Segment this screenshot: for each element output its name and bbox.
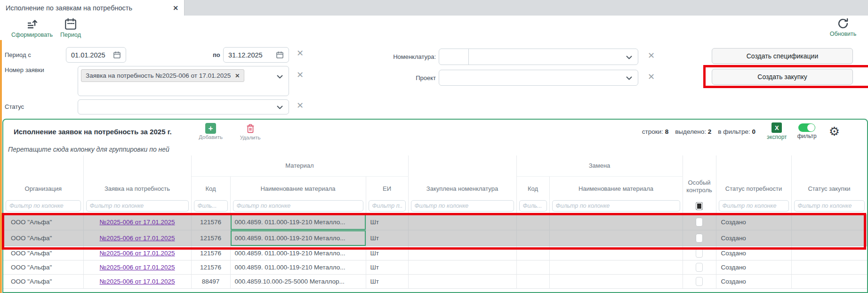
cell-code2 [516,274,549,288]
filter-input-status-need[interactable] [719,200,789,212]
clear-status-icon[interactable]: ✕ [297,101,304,110]
group-header-replacement[interactable]: Замена [516,155,683,176]
filter-input-request[interactable] [86,200,189,212]
cell-request: №2025-006 от 17.01.2025 [83,230,191,246]
control-checkbox[interactable] [696,218,703,227]
chevron-down-icon[interactable] [277,106,283,109]
calendar-icon [64,17,77,31]
cell-unit: Шт [366,260,408,274]
table-row[interactable]: ООО "Альфа" №2025-006 от 17.01.2025 1215… [3,230,867,246]
col-header-code[interactable]: Код [191,176,230,198]
selected-count: выделено: 2 [675,128,711,135]
clear-project-icon[interactable]: ✕ [648,73,655,81]
control-checkbox[interactable] [696,249,703,258]
project-select[interactable] [439,70,638,86]
request-link[interactable]: №2025-006 от 17.01.2025 [100,235,175,242]
control-checkbox[interactable] [696,277,703,286]
request-link[interactable]: №2025-006 от 17.01.2025 [100,278,175,285]
cell-organization: ООО "Альфа" [3,214,83,230]
table-row[interactable]: ООО "Альфа" №2025-006 от 17.01.2025 1215… [3,260,867,274]
left-accent-bar [0,40,2,293]
cell-material[interactable]: 000.4859. 011.000-119-210 Металло... [230,260,366,274]
gear-icon[interactable]: ⚙ [829,125,840,138]
cell-purchased [408,246,516,260]
request-tag-remove-icon[interactable]: ✕ [235,73,240,79]
generate-button[interactable]: Сформировать [8,17,56,38]
control-checkbox[interactable] [696,263,703,272]
cell-material[interactable]: 000.4859. 011.000-119-210 Металло... [230,214,366,230]
col-header-status-purchase[interactable]: Статус закупки [791,155,867,198]
refresh-button[interactable]: Обновить [823,17,863,37]
status-label: Статус [5,103,24,110]
toggle-on-icon[interactable] [798,123,815,132]
col-header-code2[interactable]: Код [516,176,549,198]
tab-active[interactable]: Исполнение по заявкам на потребность ✕ [0,0,185,16]
col-header-control[interactable]: Особый контроль [683,155,716,198]
col-header-organization[interactable]: Организация [3,155,83,198]
period-button[interactable]: Период [57,17,84,38]
toggle-knob [807,124,815,131]
col-header-purchased[interactable]: Закуплена номенклатура [408,155,516,198]
cell-organization: ООО "Альфа" [3,260,83,274]
table-row[interactable]: ООО "Альфа" №2025-006 от 17.01.2025 1215… [3,246,867,260]
create-purchase-button[interactable]: Создать закупку [712,69,853,85]
status-select[interactable] [78,99,289,114]
chevron-down-icon[interactable] [277,75,283,79]
filter-toggle[interactable]: фильтр [797,123,817,139]
filter-input-purchased[interactable] [411,200,514,212]
group-header-material[interactable]: Материал [191,155,408,176]
cell-organization: ООО "Альфа" [3,230,83,246]
cell-code: 88497 [191,274,230,288]
filter-toggle-label: фильтр [797,133,817,139]
filter-input-status-purchase[interactable] [794,200,865,212]
cell-material[interactable]: 000.4859.10.000-25-5000 Металлор... [230,274,366,288]
cell-material2 [549,274,683,288]
col-header-unit[interactable]: ЕИ [366,176,408,198]
date-picker-icon[interactable] [276,51,284,59]
filter-input-organization[interactable] [6,200,81,212]
request-number-select[interactable]: Заявка на потребность №2025-006 от 17.01… [78,66,289,96]
clear-period-icon[interactable]: ✕ [297,49,304,57]
tab-close-icon[interactable]: ✕ [173,4,178,12]
cell-unit: Шт [366,274,408,288]
col-header-material-name2[interactable]: Наименование материала [549,176,683,198]
cell-organization: ООО "Альфа" [3,246,83,260]
create-specifications-button[interactable]: Создать спецификации [712,48,853,64]
request-link[interactable]: №2025-006 от 17.01.2025 [100,250,175,257]
col-header-material-name[interactable]: Наименование материала [230,176,366,198]
request-link[interactable]: №2025-006 от 17.01.2025 [100,264,175,271]
chevron-down-icon[interactable] [626,56,632,59]
excel-icon: X [772,122,782,133]
cell-code: 121576 [191,260,230,274]
export-excel-button[interactable]: X экспорт [767,122,787,140]
date-picker-icon[interactable] [113,51,121,59]
filter-checkbox-control[interactable] [696,202,703,210]
filter-input-unit[interactable] [369,200,406,212]
table-row[interactable]: ООО "Альфа" №2025-006 от 17.01.2025 1215… [3,214,867,230]
cell-organization: ООО "Альфа" [3,274,83,288]
clear-nomenclature-icon[interactable]: ✕ [648,51,655,60]
request-number-label: Номер заявки [5,66,44,73]
delete-row-button[interactable]: Удалить [235,123,266,140]
group-by-hint: Перетащите сюда колонку для группировки … [3,143,867,155]
control-checkbox[interactable] [696,234,703,243]
clear-request-icon[interactable]: ✕ [297,71,304,79]
cell-material[interactable]: 000.4859. 011.000-119-210 Металло... [230,230,366,246]
cell-request: №2025-006 от 17.01.2025 [83,260,191,274]
cell-material[interactable]: 000.4859. 011.000-119-210 Металло... [230,246,366,260]
cell-purchased [408,230,516,246]
period-to-input[interactable]: 31.12.2025 [223,47,289,63]
filter-input-material[interactable] [233,200,363,212]
period-from-input[interactable]: 01.01.2025 [66,47,126,63]
trash-icon [245,123,256,134]
col-header-request[interactable]: Заявка на потребность [83,155,191,198]
filter-input-code2[interactable] [519,200,547,212]
filter-input-code[interactable] [194,200,228,212]
request-link[interactable]: №2025-006 от 17.01.2025 [100,219,175,226]
chevron-down-icon[interactable] [626,76,632,80]
filter-input-material2[interactable] [552,200,680,212]
table-row[interactable]: ООО "Альфа" №2025-006 от 17.01.2025 8849… [3,274,867,288]
add-row-button[interactable]: + Добавить [195,123,226,140]
nomenclature-select[interactable] [439,49,638,65]
col-header-status-need[interactable]: Статус потребности [716,155,791,198]
